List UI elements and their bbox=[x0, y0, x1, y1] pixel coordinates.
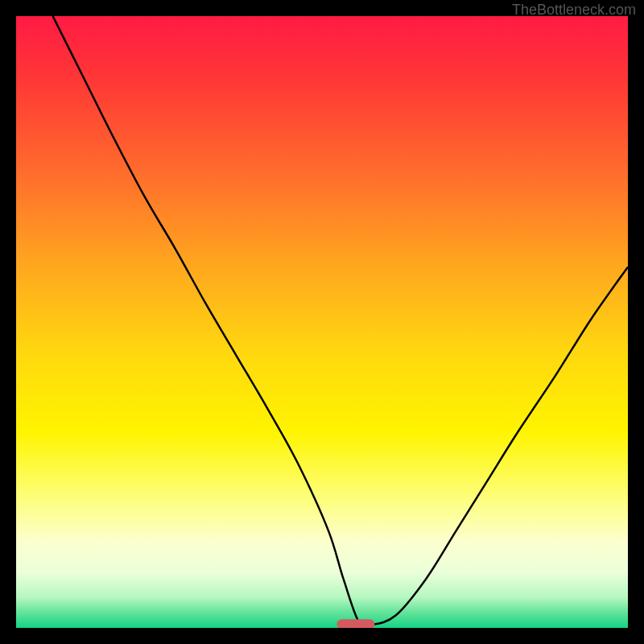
chart-frame: TheBottleneck.com bbox=[0, 0, 644, 644]
optimal-marker bbox=[336, 620, 374, 628]
bottleneck-curve-path bbox=[53, 16, 628, 626]
watermark-label: TheBottleneck.com bbox=[512, 2, 636, 19]
plot-area bbox=[16, 16, 628, 628]
bottleneck-curve bbox=[16, 16, 628, 628]
